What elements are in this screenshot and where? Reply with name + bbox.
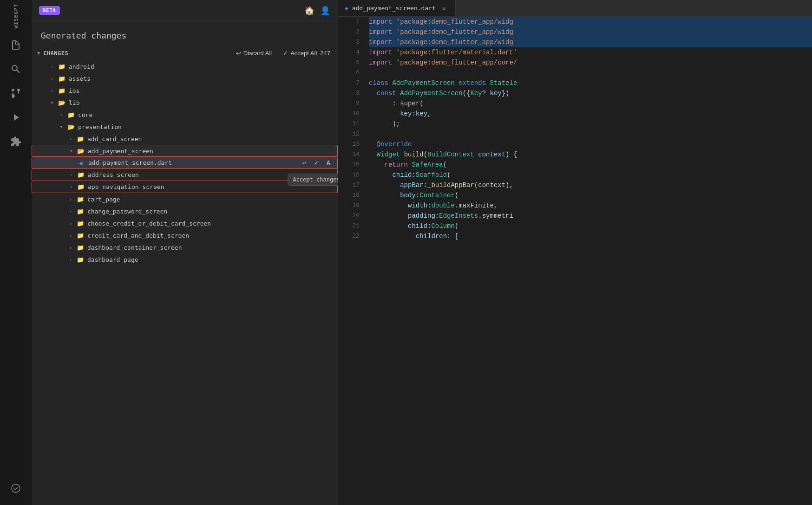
code-line-12: [369, 129, 812, 139]
tree-item-assets[interactable]: › 📁 assets: [32, 72, 338, 84]
token-1-1: import: [369, 17, 392, 27]
line-num-21: 21: [343, 221, 360, 231]
tree-item-ios[interactable]: › 📁 ios: [32, 84, 338, 97]
beta-badge: BETA: [39, 6, 60, 15]
code-line-3: import 'package:demo_flutter_app/widg: [369, 37, 812, 47]
folder-icon-add-card: 📁: [76, 134, 85, 143]
svg-point-0: [12, 484, 20, 492]
wisegpt-icon[interactable]: [5, 477, 27, 499]
token-11-1: );: [392, 119, 400, 129]
code-line-9: : super(: [369, 98, 812, 109]
token-19-2: double: [431, 201, 454, 211]
tree-item-address-screen[interactable]: › 📁 address_screen: [32, 169, 338, 181]
tree-item-dashboard-page[interactable]: › 📁 dashboard_page: [32, 253, 338, 265]
tree-item-change-password[interactable]: › 📁 change_password_screen: [32, 205, 338, 217]
folder-icon-choose-card: 📁: [76, 219, 85, 228]
token-8-6: key: [490, 88, 502, 98]
tree-label-core: core: [78, 111, 338, 118]
code-line-16: child: Scaffold (: [369, 170, 812, 180]
token-20-indent: [369, 211, 408, 221]
code-line-20: padding: EdgeInsets .symmetri: [369, 211, 812, 221]
account-icon[interactable]: 👤: [320, 6, 330, 15]
tree-item-dashboard-container[interactable]: › 📁 dashboard_container_screen: [32, 241, 338, 253]
tree-item-add-payment-screen[interactable]: ▾ 📂 add_payment_screen: [32, 145, 338, 157]
code-line-11: );: [369, 119, 812, 129]
files-icon[interactable]: [5, 34, 27, 56]
token-16-indent: [369, 170, 392, 180]
token-8-1: const: [377, 88, 396, 98]
tree-item-core[interactable]: › 📁 core: [32, 109, 338, 121]
tree-label-choose-card-screen: choose_credit_or_debit_card_screen: [87, 220, 338, 227]
diff-file-button[interactable]: A: [323, 158, 334, 168]
token-14-4: BuildContext: [427, 149, 474, 160]
tree-label-ios: ios: [69, 87, 338, 94]
token-7-4: Statele: [490, 78, 517, 88]
folder-icon-change-pw: 📁: [76, 207, 85, 216]
token-17-indent: [369, 180, 400, 190]
code-line-17: appBar: _buildAppBar (context),: [369, 180, 812, 190]
tree-item-app-navigation[interactable]: › 📁 app_navigation_screen: [32, 181, 338, 193]
token-19-1: width:: [408, 201, 431, 211]
chevron-assets: ›: [48, 75, 56, 82]
accept-all-button[interactable]: ✓ Accept All 247: [281, 49, 332, 58]
token-2-3: 'package:demo_flutter_app/widg: [396, 27, 513, 37]
token-7-sp2: [455, 78, 458, 88]
line-num-7: 7: [343, 78, 360, 88]
token-15-2: SafeArea: [412, 160, 443, 170]
tab-bar: ◈ add_payment_screen.dart ✕: [338, 0, 812, 17]
code-area: 1 2 3 4 5 6 7 8 9 10 11 12 13 14 15 16 1…: [338, 17, 812, 505]
search-icon[interactable]: [5, 58, 27, 80]
changes-count: 247: [320, 50, 330, 57]
folder-icon-address: 📁: [76, 170, 85, 180]
line-num-6: 6: [343, 68, 360, 78]
tree-item-presentation[interactable]: ▾ 📂 presentation: [32, 121, 338, 133]
editor-tab-add-payment[interactable]: ◈ add_payment_screen.dart ✕: [338, 0, 456, 16]
tree-item-choose-card[interactable]: › 📁 choose_credit_or_debit_card_screen: [32, 217, 338, 229]
token-15-sp: [408, 160, 412, 170]
changes-chevron[interactable]: ▼: [37, 50, 40, 56]
code-line-19: width: double .maxFinite,: [369, 201, 812, 211]
tree-item-add-payment-dart[interactable]: ◈ add_payment_screen.dart ↩ ✓ Accept cha…: [32, 157, 338, 169]
token-7-3: extends: [458, 78, 486, 88]
extensions-icon[interactable]: [5, 130, 27, 153]
token-7-sp: [388, 78, 392, 88]
tree-label-presentation: presentation: [78, 123, 338, 130]
folder-icon-app-nav: 📁: [76, 182, 85, 192]
token-1-2: [392, 17, 396, 27]
token-1-3: 'package:demo_flutter_app/widg: [396, 17, 513, 27]
tree-item-cart-page[interactable]: › 📁 cart_page: [32, 193, 338, 205]
token-3-3: 'package:demo_flutter_app/widg: [396, 37, 513, 47]
discard-all-button[interactable]: ↩ Discard All: [234, 49, 274, 58]
tab-close-button[interactable]: ✕: [439, 4, 449, 13]
token-8-2: AddPaymentScreen: [400, 88, 462, 98]
source-control-icon[interactable]: [5, 82, 27, 104]
line-num-10: 10: [343, 109, 360, 119]
tree-label-credit-card-screen: credit_card_and_debit_screen: [87, 232, 338, 239]
tree-item-add-card-screen[interactable]: › 📁 add_card_screen: [32, 133, 338, 145]
code-line-8: const AddPaymentScreen ({ Key ? key }): [369, 88, 812, 98]
code-line-7: class AddPaymentScreen extends Statele: [369, 78, 812, 88]
line-num-13: 13: [343, 139, 360, 149]
token-15-3: (: [443, 160, 447, 170]
run-debug-icon[interactable]: [5, 106, 27, 129]
tree-item-lib[interactable]: ▾ 📂 lib: [32, 97, 338, 109]
token-9-1: : super(: [392, 98, 423, 109]
tree-item-credit-card[interactable]: › 📁 credit_card_and_debit_screen: [32, 229, 338, 241]
wisegpt-branding: WISEGPT: [13, 4, 19, 28]
token-5-1: import: [369, 58, 392, 68]
token-17-1: appBar:: [400, 180, 427, 190]
line-num-4: 4: [343, 47, 360, 58]
tree-label-dashboard-page: dashboard_page: [87, 256, 338, 263]
tab-filename: add_payment_screen.dart: [352, 5, 436, 12]
accept-file-button[interactable]: ✓ Accept changes: [311, 158, 321, 168]
code-content[interactable]: import 'package:demo_flutter_app/widg im…: [364, 17, 812, 505]
token-8-sp2: [486, 88, 490, 98]
folder-icon-dashboard-page: 📁: [76, 255, 85, 264]
tree-item-android[interactable]: › 📁 android: [32, 60, 338, 72]
discard-file-button[interactable]: ↩: [299, 158, 309, 168]
token-5-2: [392, 58, 396, 68]
token-7-sp3: [486, 78, 490, 88]
folder-icon-android: 📁: [57, 62, 66, 71]
chevron-credit-card: ›: [67, 232, 74, 239]
home-icon[interactable]: 🏠: [304, 6, 314, 15]
